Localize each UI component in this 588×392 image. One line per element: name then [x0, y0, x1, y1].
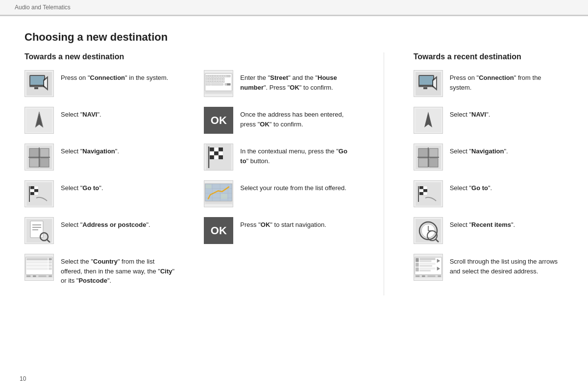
footer: 10 — [20, 375, 26, 382]
svg-rect-87 — [210, 155, 214, 159]
right-step-1: Press on "Connection" from the system. — [414, 70, 564, 97]
svg-rect-37 — [49, 261, 51, 264]
svg-rect-147 — [416, 275, 419, 277]
svg-rect-78 — [227, 83, 230, 85]
svg-rect-106 — [423, 87, 427, 89]
svg-rect-86 — [219, 151, 223, 155]
right-step-1-text: Press on "Connection" from the system. — [450, 70, 564, 92]
svg-rect-123 — [419, 192, 423, 195]
svg-rect-2 — [30, 76, 44, 85]
page-title: Choosing a new destination — [24, 31, 564, 44]
left-section-title: Towards a new destination — [24, 52, 174, 61]
right-step-6: Scroll through the list using the arrows… — [414, 254, 564, 281]
svg-rect-64 — [218, 78, 220, 80]
svg-rect-26 — [30, 221, 43, 238]
svg-rect-141 — [416, 268, 418, 271]
svg-rect-101 — [205, 201, 232, 204]
right-step-3: Select "Navigation". — [414, 144, 564, 171]
svg-rect-69 — [211, 80, 213, 82]
svg-rect-50 — [208, 75, 210, 77]
svg-rect-22 — [30, 192, 34, 195]
navigation-icon-2 — [414, 144, 443, 171]
svg-rect-55 — [220, 75, 222, 77]
svg-rect-58 — [227, 75, 230, 77]
middle-step-5-text: Press "OK" to start navigation. — [240, 217, 326, 230]
svg-rect-79 — [205, 91, 232, 94]
keyboard-icon — [204, 70, 233, 97]
middle-step-1-text: Enter the "Street" and the "House number… — [240, 70, 354, 92]
svg-rect-118 — [416, 182, 441, 206]
svg-rect-113 — [418, 158, 428, 167]
svg-rect-83 — [219, 147, 223, 151]
svg-rect-75 — [206, 83, 211, 85]
svg-rect-59 — [206, 78, 208, 80]
middle-column: Enter the "Street" and the "House number… — [204, 52, 354, 295]
right-step-4: Select "Go to". — [414, 180, 564, 207]
goto-flag-icon — [204, 144, 233, 171]
connection-icon-2 — [414, 70, 443, 97]
svg-rect-34 — [26, 258, 48, 261]
left-step-2: Select "NAVI". — [24, 107, 174, 134]
svg-rect-51 — [211, 75, 213, 77]
svg-rect-62 — [213, 78, 215, 80]
svg-rect-20 — [30, 189, 34, 192]
svg-rect-57 — [225, 75, 227, 77]
screen-list-icon-1 — [24, 254, 54, 281]
right-step-3-text: Select "Navigation". — [450, 144, 508, 156]
svg-rect-68 — [208, 80, 210, 82]
svg-rect-11 — [29, 148, 39, 157]
svg-rect-76 — [212, 83, 223, 85]
svg-rect-82 — [214, 147, 219, 151]
svg-rect-67 — [206, 80, 208, 82]
svg-rect-44 — [33, 275, 36, 277]
middle-section-title — [204, 52, 354, 61]
svg-rect-21 — [34, 189, 38, 192]
svg-rect-140 — [419, 265, 432, 267]
svg-rect-122 — [423, 189, 427, 192]
svg-rect-143 — [419, 270, 431, 271]
middle-step-1: Enter the "Street" and the "House number… — [204, 70, 354, 97]
right-step-4-text: Select "Go to". — [450, 180, 492, 193]
page-number: 10 — [20, 375, 26, 382]
right-section-title: Towards a recent destination — [414, 52, 564, 61]
svg-rect-89 — [219, 155, 223, 159]
svg-rect-99 — [206, 185, 212, 189]
middle-step-2-text: Once the address has been entered, press… — [240, 107, 354, 129]
svg-rect-70 — [213, 80, 215, 82]
svg-rect-17 — [26, 182, 52, 206]
middle-step-2: OK Once the address has been entered, pr… — [204, 107, 354, 134]
middle-step-4-text: Select your route from the list offered. — [240, 180, 346, 193]
svg-rect-77 — [225, 83, 227, 85]
middle-step-4: Select your route from the list offered. — [204, 180, 354, 207]
svg-rect-85 — [214, 151, 219, 155]
left-step-1-text: Press on "Connection" in the system. — [61, 70, 168, 83]
navigation-icon-1 — [24, 144, 54, 171]
svg-rect-39 — [49, 264, 51, 267]
svg-rect-100 — [221, 194, 227, 199]
header-title: Audio and Telematics — [15, 4, 71, 11]
svg-rect-65 — [220, 78, 222, 80]
navi-icon-2 — [414, 107, 443, 134]
main-content: Choosing a new destination Towards a new… — [0, 16, 588, 315]
svg-rect-46 — [49, 275, 51, 277]
svg-rect-135 — [416, 258, 418, 262]
svg-rect-72 — [218, 80, 220, 82]
svg-rect-88 — [214, 155, 219, 159]
svg-rect-12 — [29, 158, 39, 167]
svg-rect-121 — [419, 189, 423, 192]
left-step-2-text: Select "NAVI". — [61, 107, 101, 120]
svg-rect-148 — [422, 275, 425, 277]
screen-list-icon-2 — [414, 254, 443, 281]
svg-rect-43 — [26, 275, 30, 277]
svg-rect-71 — [216, 80, 218, 82]
left-step-3-text: Select "Navigation". — [61, 144, 119, 156]
svg-rect-136 — [419, 258, 435, 260]
svg-rect-19 — [34, 186, 38, 189]
left-step-4: Select "Go to". — [24, 180, 174, 207]
svg-rect-66 — [222, 78, 224, 80]
svg-rect-74 — [222, 80, 224, 82]
svg-rect-38 — [26, 264, 48, 267]
svg-rect-150 — [438, 275, 441, 277]
left-step-6: Select the "Country" from the list offer… — [24, 254, 174, 286]
svg-rect-45 — [38, 275, 46, 277]
